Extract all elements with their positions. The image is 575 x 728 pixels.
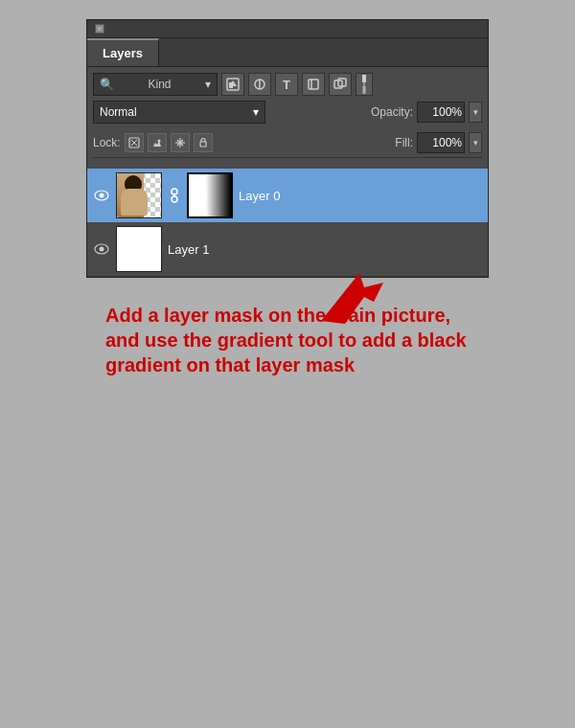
svg-point-24 [172, 196, 177, 202]
blend-dropdown-arrow: ▾ [253, 105, 259, 119]
svg-point-22 [100, 193, 104, 198]
layer-1-name: Layer 1 [168, 242, 482, 257]
image-icon[interactable] [221, 73, 244, 96]
layer-row-1[interactable]: Layer 1 [87, 222, 488, 277]
lock-image-icon[interactable] [148, 133, 167, 152]
fill-input[interactable] [417, 132, 465, 153]
kind-dropdown[interactable]: 🔍 Kind ▾ [93, 73, 218, 96]
red-arrow-annotation [316, 268, 393, 326]
svg-point-15 [157, 140, 160, 143]
svg-point-23 [172, 189, 177, 194]
opacity-input[interactable] [417, 102, 465, 123]
layer-1-thumbnail [116, 226, 162, 272]
layer-1-visibility-icon[interactable] [93, 240, 110, 258]
lock-transparent-icon[interactable] [125, 133, 144, 152]
layer-0-chain-icon [168, 189, 181, 202]
smartobject-icon[interactable] [329, 73, 352, 96]
panel-content: 🔍 Kind ▾ T [87, 67, 488, 169]
layers-panel: × Layers 🔍 Kind ▾ T [86, 19, 489, 402]
fill-label: Fill: [395, 136, 413, 149]
type-icon[interactable]: T [275, 73, 298, 96]
layer-0-mask-thumbnail [187, 172, 233, 218]
blend-opacity-row: Normal ▾ Opacity: ▾ [93, 101, 482, 124]
lock-all-icon[interactable] [194, 133, 213, 152]
lock-label: Lock: [93, 136, 121, 149]
opacity-row: Opacity: ▾ [269, 102, 482, 123]
svg-rect-5 [309, 80, 318, 89]
search-icon: 🔍 [100, 78, 114, 91]
layer-0-thumbnail [116, 172, 162, 218]
annotation-text: Add a layer mask on the main picture, an… [96, 293, 479, 387]
shape-icon[interactable] [302, 73, 325, 96]
lock-fill-row: Lock: Fill: ▾ [93, 128, 482, 158]
panel-container: × Layers 🔍 Kind ▾ T [86, 19, 489, 278]
kind-dropdown-arrow: ▾ [205, 78, 211, 91]
blend-mode-label: Normal [100, 105, 137, 119]
layer-0-name: Layer 0 [239, 189, 482, 203]
svg-point-27 [100, 247, 104, 252]
lock-position-icon[interactable] [171, 133, 190, 152]
layers-list: Layer 0 Layer 1 [87, 169, 488, 277]
filter-slider-icon[interactable] [356, 73, 373, 96]
opacity-label: Opacity: [371, 105, 413, 119]
opacity-dropdown-btn[interactable]: ▾ [469, 102, 482, 123]
kind-row: 🔍 Kind ▾ T [93, 73, 482, 96]
title-bar: × [87, 20, 488, 38]
tab-bar: Layers [87, 38, 488, 67]
fill-row: Fill: ▾ [395, 132, 482, 153]
svg-rect-20 [200, 142, 206, 147]
layer-row-0[interactable]: Layer 0 [87, 169, 488, 222]
svg-marker-28 [321, 273, 383, 324]
fill-dropdown-btn[interactable]: ▾ [469, 132, 482, 153]
kind-label: Kind [148, 78, 171, 91]
adjustment-icon[interactable] [248, 73, 271, 96]
layer-0-visibility-icon[interactable] [93, 187, 110, 204]
tab-layers[interactable]: Layers [87, 38, 159, 66]
layer-1-thumb-content [117, 227, 161, 271]
annotation-area: Add a layer mask on the main picture, an… [86, 278, 489, 402]
blend-mode-dropdown[interactable]: Normal ▾ [93, 101, 265, 124]
mask-gradient [189, 174, 231, 216]
close-button[interactable]: × [95, 24, 104, 34]
